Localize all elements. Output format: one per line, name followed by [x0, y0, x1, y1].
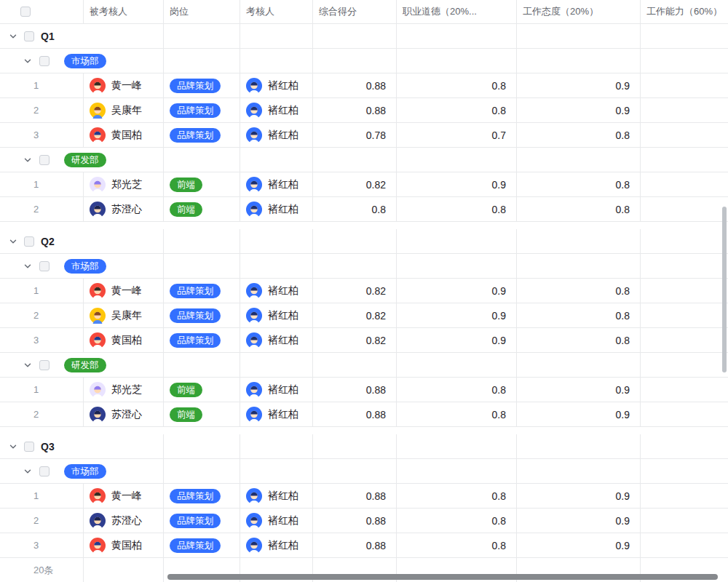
empty-cell[interactable] [517, 353, 641, 377]
chevron-down-icon[interactable] [23, 467, 32, 476]
reviewer-cell[interactable]: 褚红柏 [240, 197, 313, 221]
position-cell[interactable]: 品牌策划 [164, 123, 240, 147]
ethics-score-cell[interactable]: 0.9 [397, 303, 517, 327]
overall-score-cell[interactable]: 0.8 [313, 197, 397, 221]
overall-score-cell[interactable]: 0.88 [313, 98, 397, 122]
assessee-cell[interactable]: 苏澄心 [84, 402, 164, 426]
empty-cell[interactable] [164, 434, 240, 458]
empty-cell[interactable] [313, 434, 397, 458]
empty-cell[interactable] [164, 254, 240, 278]
row-number-cell[interactable]: 3 [0, 328, 84, 352]
ethics-score-cell[interactable]: 0.8 [397, 73, 517, 97]
position-cell[interactable]: 品牌策划 [164, 484, 240, 508]
empty-cell[interactable] [397, 24, 517, 48]
reviewer-cell[interactable]: 褚红柏 [240, 533, 313, 557]
ethics-score-cell[interactable]: 0.9 [397, 279, 517, 303]
attitude-score-cell[interactable]: 0.8 [517, 303, 641, 327]
group-checkbox[interactable] [39, 155, 50, 165]
empty-cell[interactable] [240, 459, 313, 483]
ability-score-cell[interactable] [641, 484, 728, 508]
reviewer-cell[interactable]: 褚红柏 [240, 279, 313, 303]
row-number-cell[interactable]: 2 [0, 509, 84, 533]
ethics-score-cell[interactable]: 0.8 [397, 484, 517, 508]
ethics-score-cell[interactable]: 0.8 [397, 378, 517, 402]
overall-score-cell[interactable]: 0.82 [313, 172, 397, 196]
empty-cell[interactable] [164, 49, 240, 73]
assessee-cell[interactable]: 郑光芝 [84, 378, 164, 402]
empty-cell[interactable] [517, 24, 641, 48]
ethics-score-cell[interactable]: 0.8 [397, 402, 517, 426]
overall-score-cell[interactable]: 0.88 [313, 73, 397, 97]
row-number-cell[interactable]: 1 [0, 172, 84, 196]
empty-cell[interactable] [517, 434, 641, 458]
vertical-scrollbar[interactable] [722, 207, 727, 372]
attitude-score-cell[interactable]: 0.9 [517, 484, 641, 508]
column-header-assessee[interactable]: 被考核人 [84, 0, 164, 23]
row-number-cell[interactable]: 2 [0, 402, 84, 426]
column-header-attitude[interactable]: 工作态度（20%） [517, 0, 641, 23]
empty-cell[interactable] [313, 148, 397, 172]
empty-cell[interactable] [517, 148, 641, 172]
ethics-score-cell[interactable]: 0.9 [397, 172, 517, 196]
select-all-checkbox[interactable] [20, 7, 31, 17]
overall-score-cell[interactable]: 0.82 [313, 328, 397, 352]
attitude-score-cell[interactable]: 0.8 [517, 279, 641, 303]
row-number-cell[interactable]: 3 [0, 123, 84, 147]
reviewer-cell[interactable]: 褚红柏 [240, 73, 313, 97]
department-group-cell[interactable]: 市场部 [0, 254, 164, 278]
ability-score-cell[interactable] [641, 509, 728, 533]
overall-score-cell[interactable]: 0.88 [313, 378, 397, 402]
row-number-cell[interactable]: 1 [0, 279, 84, 303]
empty-cell[interactable] [240, 229, 313, 253]
reviewer-cell[interactable]: 褚红柏 [240, 484, 313, 508]
empty-cell[interactable] [313, 229, 397, 253]
assessee-cell[interactable]: 黄一峰 [84, 279, 164, 303]
position-cell[interactable]: 品牌策划 [164, 303, 240, 327]
attitude-score-cell[interactable]: 0.9 [517, 402, 641, 426]
ability-score-cell[interactable] [641, 533, 728, 557]
empty-cell[interactable] [397, 434, 517, 458]
group-checkbox[interactable] [39, 261, 50, 271]
reviewer-cell[interactable]: 褚红柏 [240, 172, 313, 196]
position-cell[interactable]: 品牌策划 [164, 98, 240, 122]
row-number-cell[interactable]: 1 [0, 378, 84, 402]
empty-cell[interactable] [313, 24, 397, 48]
position-cell[interactable]: 前端 [164, 197, 240, 221]
ethics-score-cell[interactable]: 0.8 [397, 197, 517, 221]
ethics-score-cell[interactable]: 0.8 [397, 509, 517, 533]
ability-score-cell[interactable] [641, 123, 728, 147]
empty-cell[interactable] [517, 459, 641, 483]
department-group-cell[interactable]: 研发部 [0, 148, 164, 172]
group-checkbox[interactable] [39, 56, 50, 66]
empty-cell[interactable] [240, 434, 313, 458]
reviewer-cell[interactable]: 褚红柏 [240, 378, 313, 402]
ability-score-cell[interactable] [641, 303, 728, 327]
empty-cell[interactable] [164, 24, 240, 48]
ability-score-cell[interactable] [641, 378, 728, 402]
empty-cell[interactable] [397, 254, 517, 278]
overall-score-cell[interactable]: 0.88 [313, 402, 397, 426]
row-number-cell[interactable]: 1 [0, 484, 84, 508]
assessee-cell[interactable]: 吴康年 [84, 98, 164, 122]
empty-cell[interactable] [517, 49, 641, 73]
column-header-ability[interactable]: 工作能力（60%） [641, 0, 728, 23]
row-number-cell[interactable]: 2 [0, 303, 84, 327]
assessee-cell[interactable]: 黄国柏 [84, 123, 164, 147]
ethics-score-cell[interactable]: 0.8 [397, 98, 517, 122]
column-header-reviewer[interactable]: 考核人 [240, 0, 313, 23]
attitude-score-cell[interactable]: 0.8 [517, 197, 641, 221]
reviewer-cell[interactable]: 褚红柏 [240, 98, 313, 122]
empty-cell[interactable] [641, 459, 728, 483]
overall-score-cell[interactable]: 0.88 [313, 533, 397, 557]
empty-cell[interactable] [641, 434, 728, 458]
column-header-overall-score[interactable]: 综合得分 [313, 0, 397, 23]
empty-cell[interactable] [164, 148, 240, 172]
assessee-cell[interactable]: 苏澄心 [84, 509, 164, 533]
group-checkbox[interactable] [24, 442, 34, 452]
empty-cell[interactable] [240, 148, 313, 172]
assessee-cell[interactable]: 苏澄心 [84, 197, 164, 221]
empty-cell[interactable] [397, 353, 517, 377]
position-cell[interactable]: 品牌策划 [164, 533, 240, 557]
chevron-down-icon[interactable] [9, 237, 17, 246]
chevron-down-icon[interactable] [23, 262, 32, 271]
